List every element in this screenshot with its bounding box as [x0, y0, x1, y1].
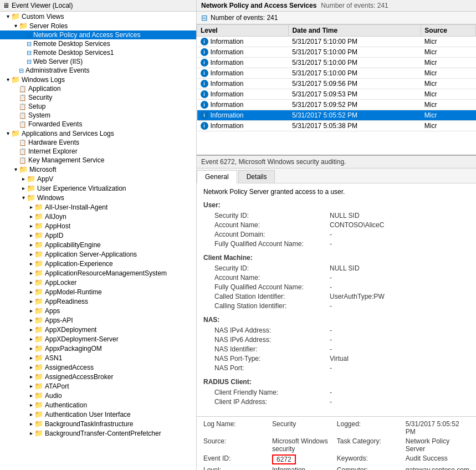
event-row-7[interactable]: i Information 5/31/2017 5:05:52 PM Micr: [197, 110, 476, 121]
tree-item-admin-events[interactable]: ⊟Administrative Events: [0, 66, 196, 75]
expand-icon-app-experience[interactable]: ▸: [28, 260, 34, 267]
tree-item-security[interactable]: 📋Security: [0, 93, 196, 102]
tree-item-hardware[interactable]: 📋Hardware Events: [0, 138, 196, 147]
event-row-5[interactable]: i Information 5/31/2017 5:09:53 PM Micr: [197, 89, 476, 100]
tree-item-application[interactable]: 📋Application: [0, 84, 196, 93]
tree-item-auth-user-interface[interactable]: ▸📁Authentication User Interface: [0, 410, 196, 419]
expand-icon-windows-logs[interactable]: ▾: [4, 76, 11, 83]
expand-icon-appv[interactable]: ▸: [20, 176, 27, 182]
expand-icon-appxdeployment[interactable]: ▸: [28, 326, 34, 333]
expand-icon-apps[interactable]: ▸: [28, 308, 34, 314]
tree-item-background-transfer[interactable]: ▸📁BackgroundTransfer-ContentPrefetcher: [0, 428, 196, 438]
tree-item-appmodel-runtime[interactable]: ▸📁AppModel-Runtime: [0, 287, 196, 297]
expand-icon-assigned-access-broker[interactable]: ▸: [28, 374, 34, 380]
event-row-3[interactable]: i Information 5/31/2017 5:10:00 PM Micr: [197, 68, 476, 79]
tree-item-appv[interactable]: ▸📁AppV: [0, 174, 196, 183]
tree-item-server-roles[interactable]: ▾📁Server Roles: [0, 21, 196, 30]
tree-item-app-server-apps[interactable]: ▸📁Application Server-Applications: [0, 249, 196, 259]
tree-item-apphost[interactable]: ▸📁AppHost: [0, 221, 196, 231]
tree-item-remote-desktop[interactable]: ⊟Remote Desktop Services: [0, 39, 196, 48]
tree-label-custom-views: Custom Views: [22, 13, 64, 21]
tree-item-all-user-install[interactable]: ▸📁All-User-Install-Agent: [0, 202, 196, 212]
tree-item-appreadiness[interactable]: ▸📁AppReadiness: [0, 297, 196, 306]
expand-icon-all-user-install[interactable]: ▸: [28, 204, 34, 211]
expand-icon-auth-user-interface[interactable]: ▸: [28, 411, 34, 418]
event-row-4[interactable]: i Information 5/31/2017 5:09:56 PM Micr: [197, 79, 476, 89]
expand-icon-server-roles[interactable]: ▾: [12, 23, 19, 29]
client-section-title: Client Machine:: [203, 254, 469, 262]
event-row-8[interactable]: i Information 5/31/2017 5:05:38 PM Micr: [197, 121, 476, 131]
tree-item-user-exp[interactable]: ▸📁User Experience Virtualization: [0, 183, 196, 193]
tree-item-internet-explorer[interactable]: 📋Internet Explorer: [0, 147, 196, 156]
tree-item-asn1[interactable]: ▸📁ASN1: [0, 353, 196, 362]
tree-item-key-mgmt[interactable]: 📋Key Management Service: [0, 156, 196, 165]
tree-item-custom-views[interactable]: ▾📁Custom Views: [0, 12, 196, 21]
tree-item-remote-desktop1[interactable]: ⊟Remote Desktop Services1: [0, 48, 196, 57]
tree-item-microsoft[interactable]: ▾📁Microsoft: [0, 165, 196, 174]
event-row-1[interactable]: i Information 5/31/2017 5:10:00 PM Micr: [197, 47, 476, 58]
tree-item-apps[interactable]: ▸📁Apps: [0, 306, 196, 315]
tree-item-appid[interactable]: ▸📁AppID: [0, 231, 196, 240]
expand-icon-app-services[interactable]: ▾: [4, 130, 11, 137]
tree-label-windows: Windows: [37, 194, 64, 202]
expand-icon-custom-views[interactable]: ▾: [4, 13, 11, 20]
tree-item-applicability[interactable]: ▸📁ApplicabilityEngine: [0, 240, 196, 249]
expand-icon-background-transfer[interactable]: ▸: [28, 430, 34, 437]
expand-icon-app-server-apps[interactable]: ▸: [28, 251, 34, 258]
expand-icon-authentication[interactable]: ▸: [28, 402, 34, 408]
event-row-2[interactable]: i Information 5/31/2017 5:10:00 PM Micr: [197, 58, 476, 68]
expand-icon-windows[interactable]: ▾: [20, 195, 27, 201]
tree-item-appxdeployment[interactable]: ▸📁AppXDeployment: [0, 325, 196, 334]
expand-icon-appmodel-runtime[interactable]: ▸: [28, 289, 34, 295]
expand-icon-apps-api[interactable]: ▸: [28, 317, 34, 324]
tree-item-audio[interactable]: ▸📁Audio: [0, 391, 196, 400]
expand-icon-appid[interactable]: ▸: [28, 232, 34, 239]
tree-item-appxpackagingom[interactable]: ▸📁AppxPackagingOM: [0, 344, 196, 353]
folder-icon-background-task: 📁: [34, 420, 43, 428]
event-row-6[interactable]: i Information 5/31/2017 5:09:52 PM Micr: [197, 100, 476, 110]
expand-icon-appxpackagingom[interactable]: ▸: [28, 345, 34, 352]
tree-item-network-policy[interactable]: ⊟Network Policy and Access Services: [0, 30, 196, 39]
tree-item-ataport[interactable]: ▸📁ATAPort: [0, 381, 196, 391]
tree-item-windows[interactable]: ▾📁Windows: [0, 193, 196, 202]
tree-item-assigned-access-broker[interactable]: ▸📁AssignedAccessBroker: [0, 372, 196, 381]
expand-icon-appxdeployment-server[interactable]: ▸: [28, 336, 34, 343]
tab-general[interactable]: General: [197, 170, 237, 183]
tree-label-apps: Apps: [45, 307, 60, 315]
tab-details[interactable]: Details: [238, 170, 275, 183]
tree-item-system[interactable]: 📋System: [0, 111, 196, 120]
expand-icon-user-exp[interactable]: ▸: [20, 185, 27, 192]
expand-icon-alljoyn[interactable]: ▸: [28, 213, 34, 220]
expand-icon-app-resource-mgmt[interactable]: ▸: [28, 270, 34, 277]
expand-icon-applocker[interactable]: ▸: [28, 279, 34, 286]
folder-icon-alljoyn: 📁: [34, 212, 43, 221]
tree-item-app-resource-mgmt[interactable]: ▸📁ApplicationResourceManagementSystem: [0, 268, 196, 278]
tree-item-app-services[interactable]: ▾📁Applications and Services Logs: [0, 129, 196, 138]
tree-item-setup[interactable]: 📋Setup: [0, 102, 196, 111]
event-row-0[interactable]: i Information 5/31/2017 5:10:00 PM Micr: [197, 37, 476, 47]
nas-fields-key-3: NAS Port-Type:: [214, 354, 325, 363]
expand-icon-asn1[interactable]: ▸: [28, 355, 34, 361]
tree-item-web-server[interactable]: ⊟Web Server (IIS): [0, 57, 196, 66]
expand-icon-applicability[interactable]: ▸: [28, 242, 34, 248]
tree-item-windows-logs[interactable]: ▾📁Windows Logs: [0, 75, 196, 84]
tree-item-app-experience[interactable]: ▸📁Application-Experience: [0, 259, 196, 268]
tree-label-all-user-install: All-User-Install-Agent: [45, 203, 108, 211]
tree-item-appxdeployment-server[interactable]: ▸📁AppXDeployment-Server: [0, 334, 196, 344]
expand-icon-background-task[interactable]: ▸: [28, 421, 34, 427]
expand-icon-audio[interactable]: ▸: [28, 392, 34, 399]
expand-icon-apphost[interactable]: ▸: [28, 223, 34, 229]
tree-item-applocker[interactable]: ▸📁AppLocker: [0, 278, 196, 287]
tree-item-alljoyn[interactable]: ▸📁AllJoyn: [0, 212, 196, 221]
user-fields-val-2: -: [330, 230, 469, 239]
expand-icon-appreadiness[interactable]: ▸: [28, 298, 34, 305]
folder-icon-windows: 📁: [27, 193, 35, 202]
tree-item-assigned-access[interactable]: ▸📁AssignedAccess: [0, 362, 196, 372]
tree-item-authentication[interactable]: ▸📁Authentication: [0, 400, 196, 410]
tree-item-apps-api[interactable]: ▸📁Apps-API: [0, 315, 196, 325]
expand-icon-assigned-access[interactable]: ▸: [28, 364, 34, 371]
tree-item-background-task[interactable]: ▸📁BackgroundTaskInfrastructure: [0, 419, 196, 428]
expand-icon-ataport[interactable]: ▸: [28, 383, 34, 390]
tree-item-forwarded[interactable]: 📋Forwarded Events: [0, 120, 196, 129]
expand-icon-microsoft[interactable]: ▾: [12, 166, 19, 173]
